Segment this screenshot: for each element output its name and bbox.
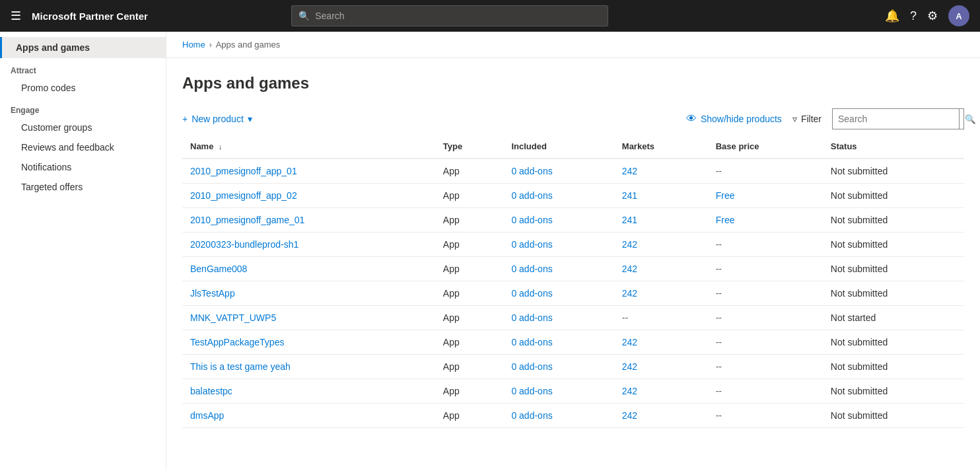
settings-icon[interactable]: ⚙ [927, 9, 938, 23]
markets-link[interactable]: 242 [622, 337, 637, 347]
product-name-link[interactable]: MNK_VATPT_UWP5 [190, 312, 276, 323]
included-link[interactable]: 0 add-ons [511, 361, 552, 372]
cell-base-price: -- [708, 281, 823, 306]
show-hide-button[interactable]: 👁 Show/hide products [686, 113, 782, 125]
included-link[interactable]: 0 add-ons [511, 288, 552, 299]
cell-markets: -- [614, 306, 708, 330]
top-nav: ☰ Microsoft Partner Center 🔍 🔔 ? ⚙ A [0, 0, 980, 32]
cell-base-price: -- [708, 355, 823, 379]
table-row: 2010_pmesignoff_game_01 App 0 add-ons 24… [182, 208, 964, 233]
main-content: Home › Apps and games Apps and games + N… [166, 32, 980, 469]
cell-name: TestAppPackageTypes [182, 330, 435, 355]
search-products-bar: 🔍 [832, 108, 964, 129]
cell-type: App [435, 257, 504, 281]
col-markets: Markets [614, 135, 708, 159]
hamburger-icon[interactable]: ☰ [11, 9, 21, 23]
filter-button[interactable]: ▿ Filter [792, 114, 822, 124]
product-name-link[interactable]: This is a test game yeah [190, 361, 291, 372]
col-name[interactable]: Name ↓ [182, 135, 435, 159]
price-link[interactable]: Free [716, 215, 735, 225]
products-table: Name ↓ Type Included Markets Base price … [182, 135, 964, 428]
table-body: 2010_pmesignoff_app_01 App 0 add-ons 242… [182, 159, 964, 428]
product-name-link[interactable]: 20200323-bundleprod-sh1 [190, 239, 298, 250]
dropdown-arrow-icon: ▾ [248, 114, 252, 124]
col-type: Type [435, 135, 504, 159]
cell-type: App [435, 306, 504, 330]
cell-included: 0 add-ons [503, 306, 613, 330]
avatar[interactable]: A [948, 5, 969, 26]
markets-link[interactable]: 242 [622, 239, 637, 250]
sidebar-item-targeted-offers[interactable]: Targeted offers [0, 177, 166, 197]
product-name-link[interactable]: balatestpc [190, 386, 232, 396]
new-product-button[interactable]: + New product ▾ [182, 110, 252, 128]
table-row: This is a test game yeah App 0 add-ons 2… [182, 355, 964, 379]
markets-link[interactable]: 242 [622, 166, 637, 176]
cell-base-price: Free [708, 208, 823, 233]
markets-link[interactable]: 242 [622, 264, 637, 274]
included-link[interactable]: 0 add-ons [511, 312, 552, 323]
cell-name: 2010_pmesignoff_game_01 [182, 208, 435, 233]
markets-link[interactable]: 242 [622, 288, 637, 299]
included-link[interactable]: 0 add-ons [511, 190, 552, 201]
help-icon[interactable]: ? [910, 9, 917, 23]
new-product-label: New product [192, 114, 244, 124]
price-value: -- [716, 239, 722, 250]
product-name-link[interactable]: 2010_pmesignoff_app_01 [190, 166, 297, 176]
breadcrumb-home[interactable]: Home [182, 40, 205, 50]
cell-status: Not submitted [823, 208, 964, 233]
cell-type: App [435, 379, 504, 404]
cell-status: Not submitted [823, 330, 964, 355]
col-included: Included [503, 135, 613, 159]
markets-link[interactable]: 241 [622, 215, 637, 225]
sidebar-item-notifications[interactable]: Notifications [0, 157, 166, 177]
product-name-link[interactable]: 2010_pmesignoff_game_01 [190, 215, 304, 225]
price-value: -- [716, 166, 722, 176]
sidebar-section-engage: Engage [0, 98, 166, 118]
table-row: balatestpc App 0 add-ons 242 -- Not subm… [182, 379, 964, 404]
cell-name: dmsApp [182, 404, 435, 428]
top-search-input[interactable] [315, 11, 601, 21]
product-name-link[interactable]: TestAppPackageTypes [190, 337, 284, 347]
markets-link[interactable]: 242 [622, 361, 637, 372]
search-icon-nav: 🔍 [298, 11, 310, 21]
search-products-button[interactable]: 🔍 [959, 109, 980, 129]
top-search-bar: 🔍 [291, 5, 608, 26]
cell-name: balatestpc [182, 379, 435, 404]
product-name-link[interactable]: BenGame008 [190, 264, 247, 274]
included-link[interactable]: 0 add-ons [511, 337, 552, 347]
notification-icon[interactable]: 🔔 [885, 9, 899, 23]
product-name-link[interactable]: 2010_pmesignoff_app_02 [190, 190, 297, 201]
cell-markets: 241 [614, 208, 708, 233]
search-products-input[interactable] [833, 109, 959, 129]
sidebar-item-promo-codes[interactable]: Promo codes [0, 78, 166, 98]
markets-link[interactable]: 242 [622, 386, 637, 396]
markets-link[interactable]: 242 [622, 410, 637, 421]
table-row: 20200323-bundleprod-sh1 App 0 add-ons 24… [182, 233, 964, 257]
table-row: TestAppPackageTypes App 0 add-ons 242 --… [182, 330, 964, 355]
cell-status: Not submitted [823, 379, 964, 404]
included-link[interactable]: 0 add-ons [511, 264, 552, 274]
cell-type: App [435, 281, 504, 306]
sidebar-item-apps-and-games[interactable]: Apps and games [0, 37, 166, 58]
product-name-link[interactable]: dmsApp [190, 410, 224, 421]
cell-markets: 242 [614, 379, 708, 404]
cell-base-price: -- [708, 330, 823, 355]
included-link[interactable]: 0 add-ons [511, 215, 552, 225]
included-link[interactable]: 0 add-ons [511, 166, 552, 176]
breadcrumb-sep: › [209, 40, 212, 50]
cell-markets: 242 [614, 233, 708, 257]
cell-base-price: -- [708, 233, 823, 257]
markets-link[interactable]: 241 [622, 190, 637, 201]
included-link[interactable]: 0 add-ons [511, 239, 552, 250]
cell-status: Not submitted [823, 355, 964, 379]
product-name-link[interactable]: JlsTestApp [190, 288, 235, 299]
layout: Apps and games Attract Promo codes Engag… [0, 32, 980, 469]
cell-status: Not started [823, 306, 964, 330]
included-link[interactable]: 0 add-ons [511, 386, 552, 396]
price-link[interactable]: Free [716, 190, 735, 201]
page-header: Apps and games [166, 58, 980, 103]
nav-icons: 🔔 ? ⚙ A [885, 5, 969, 26]
sidebar-item-customer-groups[interactable]: Customer groups [0, 118, 166, 137]
included-link[interactable]: 0 add-ons [511, 410, 552, 421]
sidebar-item-reviews[interactable]: Reviews and feedback [0, 137, 166, 157]
